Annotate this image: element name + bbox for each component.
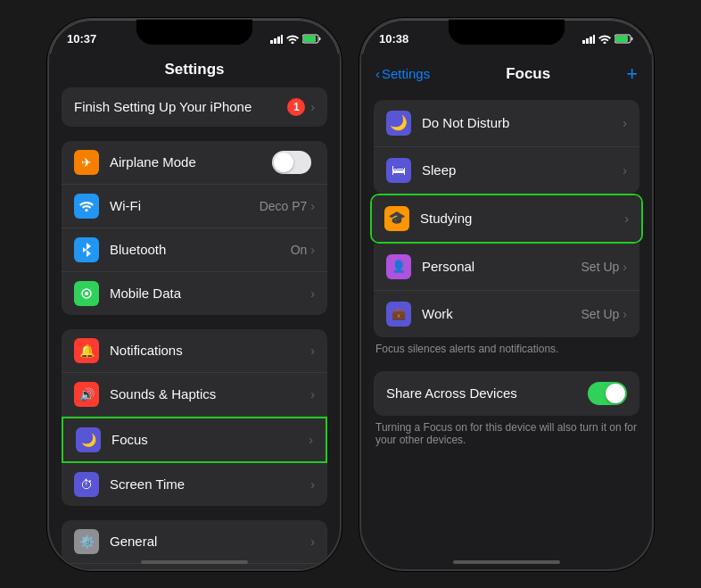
wifi-icon-left <box>286 34 299 44</box>
screentime-icon-box: ⏱ <box>74 472 99 497</box>
left-phone: 10:37 Settings Finish Setting Up Your iP… <box>47 18 342 571</box>
general-item[interactable]: ⚙️ General › <box>62 520 327 564</box>
sounds-label: Sounds & Haptics <box>110 386 310 402</box>
studying-icon-box: 🎓 <box>384 206 409 231</box>
share-hint: Turning a Focus on for this device will … <box>361 416 652 446</box>
personal-label: Personal <box>422 259 581 274</box>
wifi-icon-right <box>598 34 611 44</box>
screentime-label: Screen Time <box>110 476 310 492</box>
focus-title: Focus <box>506 65 550 83</box>
mobiledata-chevron: › <box>310 286 315 301</box>
sounds-icon-box: 🔊 <box>74 382 99 407</box>
screentime-item[interactable]: ⏱ Screen Time › <box>62 463 327 506</box>
donotdisturb-icon-box: 🌙 <box>386 111 411 136</box>
focus-hint: Focus silences alerts and notifications. <box>361 337 652 360</box>
personal-item[interactable]: 👤 Personal Set Up › <box>374 244 639 291</box>
airplane-item[interactable]: ✈ Airplane Mode <box>62 141 327 185</box>
sounds-item[interactable]: 🔊 Sounds & Haptics › <box>62 373 327 417</box>
bluetooth-value: On <box>291 243 308 257</box>
svg-rect-20 <box>615 36 628 42</box>
signal-icon-right <box>582 35 595 44</box>
connectivity-section: ✈ Airplane Mode Wi-Fi Deco P7 › B <box>62 141 327 315</box>
focus-chevron: › <box>309 433 313 447</box>
notch-right <box>449 20 565 45</box>
controlcentre-item[interactable]: 🎛 Control Centre › <box>62 564 327 571</box>
wifi-item[interactable]: Wi-Fi Deco P7 › <box>62 185 327 228</box>
wifi-label: Wi-Fi <box>110 198 260 213</box>
notifications-label: Notifications <box>110 343 310 358</box>
bluetooth-item[interactable]: Bluetooth On › <box>62 228 327 272</box>
airplane-toggle[interactable] <box>272 151 311 174</box>
focus-header: ‹ Settings Focus + <box>361 54 652 93</box>
donotdisturb-chevron: › <box>623 116 627 130</box>
sleep-item[interactable]: 🛏 Sleep › <box>374 147 639 194</box>
bluetooth-chevron: › <box>310 243 315 257</box>
sleep-chevron: › <box>623 163 627 178</box>
setup-item[interactable]: Finish Setting Up Your iPhone 1 › <box>62 87 327 127</box>
status-icons-left <box>270 34 322 44</box>
share-toggle[interactable] <box>588 382 627 405</box>
studying-item[interactable]: 🎓 Studying › <box>372 195 641 242</box>
general-chevron: › <box>310 534 315 549</box>
work-item[interactable]: 💼 Work Set Up › <box>374 291 639 337</box>
mobiledata-item[interactable]: Mobile Data › <box>62 272 327 315</box>
focus-item[interactable]: 🌙 Focus › <box>63 418 326 461</box>
mobiledata-icon <box>79 286 94 301</box>
notch-left <box>136 20 252 45</box>
setup-label: Finish Setting Up Your iPhone <box>74 99 287 114</box>
svg-rect-2 <box>277 37 280 44</box>
screentime-chevron: › <box>310 477 315 492</box>
bluetooth-icon-box <box>74 237 99 262</box>
settings-title: Settings <box>49 54 340 87</box>
add-button[interactable]: + <box>626 62 638 86</box>
wifi-icon-box <box>74 194 99 219</box>
focus-item-wrapper: 🌙 Focus › <box>62 417 327 463</box>
personal-chevron: › <box>623 260 627 274</box>
svg-rect-0 <box>270 40 273 44</box>
focus-list: 🌙 Do Not Disturb › 🛏 Sleep › <box>374 100 639 194</box>
time-left: 10:37 <box>67 32 96 46</box>
general-icon-box: ⚙️ <box>74 529 99 554</box>
back-button[interactable]: ‹ Settings <box>375 66 430 81</box>
work-label: Work <box>422 306 581 321</box>
sleep-icon-box: 🛏 <box>386 158 411 183</box>
wifi-chevron: › <box>310 199 315 213</box>
focus-label: Focus <box>111 432 309 447</box>
donotdisturb-item[interactable]: 🌙 Do Not Disturb › <box>374 100 639 147</box>
setup-badge: 1 <box>287 98 305 116</box>
work-icon-box: 💼 <box>386 302 411 327</box>
work-value: Set Up <box>581 307 620 321</box>
studying-chevron: › <box>624 211 629 226</box>
sleep-label: Sleep <box>422 162 623 178</box>
share-label: Share Across Devices <box>386 385 588 401</box>
right-phone: 10:38 ‹ Settings Focus + 🌙 Do <box>359 18 654 571</box>
mobiledata-icon-box <box>74 281 99 306</box>
setup-chevron: › <box>310 100 315 114</box>
back-chevron: ‹ <box>375 66 380 81</box>
notifications-item[interactable]: 🔔 Notifications › <box>62 329 327 373</box>
share-section: Share Across Devices <box>374 371 639 416</box>
svg-rect-18 <box>593 35 595 44</box>
personal-work-section: 👤 Personal Set Up › 💼 Work Set Up › <box>374 244 639 337</box>
status-icons-right <box>582 34 634 44</box>
focus-screen: ‹ Settings Focus + 🌙 Do Not Disturb › 🛏 … <box>361 54 652 571</box>
bluetooth-label: Bluetooth <box>110 242 291 257</box>
home-indicator-right <box>453 560 560 564</box>
personal-value: Set Up <box>581 260 620 274</box>
battery-icon-right <box>614 34 634 44</box>
time-right: 10:38 <box>379 32 408 46</box>
mobiledata-label: Mobile Data <box>110 286 310 301</box>
general-label: General <box>110 534 310 549</box>
focus-icon-box: 🌙 <box>76 427 101 452</box>
studying-highlight-wrapper: 🎓 Studying › <box>370 194 643 244</box>
personal-icon-box: 👤 <box>386 254 411 279</box>
wifi-value: Deco P7 <box>260 199 308 213</box>
battery-icon-left <box>302 34 322 44</box>
airplane-label: Airplane Mode <box>110 154 272 170</box>
home-indicator-left <box>141 560 248 564</box>
back-label: Settings <box>382 66 430 81</box>
signal-icon-left <box>270 35 283 44</box>
sounds-chevron: › <box>310 387 315 402</box>
notifications-chevron: › <box>310 344 315 358</box>
settings-screen: Settings Finish Setting Up Your iPhone 1… <box>49 54 340 571</box>
